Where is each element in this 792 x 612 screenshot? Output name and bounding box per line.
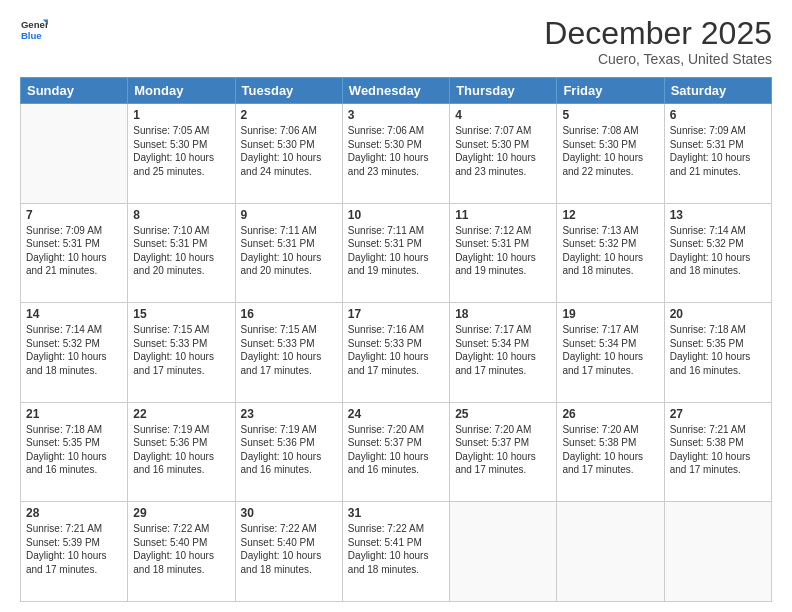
day-info: Sunrise: 7:21 AM Sunset: 5:38 PM Dayligh… (670, 423, 766, 477)
table-cell: 2Sunrise: 7:06 AM Sunset: 5:30 PM Daylig… (235, 104, 342, 204)
week-row-4: 21Sunrise: 7:18 AM Sunset: 5:35 PM Dayli… (21, 402, 772, 502)
table-cell (21, 104, 128, 204)
day-info: Sunrise: 7:20 AM Sunset: 5:37 PM Dayligh… (455, 423, 551, 477)
table-cell: 27Sunrise: 7:21 AM Sunset: 5:38 PM Dayli… (664, 402, 771, 502)
table-cell: 10Sunrise: 7:11 AM Sunset: 5:31 PM Dayli… (342, 203, 449, 303)
day-info: Sunrise: 7:15 AM Sunset: 5:33 PM Dayligh… (133, 323, 229, 377)
table-cell: 5Sunrise: 7:08 AM Sunset: 5:30 PM Daylig… (557, 104, 664, 204)
table-cell: 8Sunrise: 7:10 AM Sunset: 5:31 PM Daylig… (128, 203, 235, 303)
table-cell: 11Sunrise: 7:12 AM Sunset: 5:31 PM Dayli… (450, 203, 557, 303)
day-info: Sunrise: 7:11 AM Sunset: 5:31 PM Dayligh… (241, 224, 337, 278)
day-info: Sunrise: 7:18 AM Sunset: 5:35 PM Dayligh… (670, 323, 766, 377)
day-number: 10 (348, 208, 444, 222)
table-cell: 28Sunrise: 7:21 AM Sunset: 5:39 PM Dayli… (21, 502, 128, 602)
col-wednesday: Wednesday (342, 78, 449, 104)
day-number: 30 (241, 506, 337, 520)
day-number: 22 (133, 407, 229, 421)
day-info: Sunrise: 7:22 AM Sunset: 5:40 PM Dayligh… (133, 522, 229, 576)
day-number: 7 (26, 208, 122, 222)
day-number: 5 (562, 108, 658, 122)
day-number: 27 (670, 407, 766, 421)
day-number: 11 (455, 208, 551, 222)
day-info: Sunrise: 7:22 AM Sunset: 5:40 PM Dayligh… (241, 522, 337, 576)
day-number: 9 (241, 208, 337, 222)
day-info: Sunrise: 7:10 AM Sunset: 5:31 PM Dayligh… (133, 224, 229, 278)
day-info: Sunrise: 7:14 AM Sunset: 5:32 PM Dayligh… (26, 323, 122, 377)
table-cell: 1Sunrise: 7:05 AM Sunset: 5:30 PM Daylig… (128, 104, 235, 204)
day-number: 28 (26, 506, 122, 520)
table-cell: 4Sunrise: 7:07 AM Sunset: 5:30 PM Daylig… (450, 104, 557, 204)
day-info: Sunrise: 7:21 AM Sunset: 5:39 PM Dayligh… (26, 522, 122, 576)
day-number: 6 (670, 108, 766, 122)
month-year-title: December 2025 (544, 16, 772, 51)
day-number: 2 (241, 108, 337, 122)
table-cell: 31Sunrise: 7:22 AM Sunset: 5:41 PM Dayli… (342, 502, 449, 602)
day-number: 13 (670, 208, 766, 222)
calendar-header-row: Sunday Monday Tuesday Wednesday Thursday… (21, 78, 772, 104)
week-row-1: 1Sunrise: 7:05 AM Sunset: 5:30 PM Daylig… (21, 104, 772, 204)
table-cell: 3Sunrise: 7:06 AM Sunset: 5:30 PM Daylig… (342, 104, 449, 204)
logo-icon: General Blue (20, 16, 48, 44)
day-info: Sunrise: 7:05 AM Sunset: 5:30 PM Dayligh… (133, 124, 229, 178)
page: General Blue December 2025 Cuero, Texas,… (0, 0, 792, 612)
col-thursday: Thursday (450, 78, 557, 104)
table-cell (664, 502, 771, 602)
table-cell: 23Sunrise: 7:19 AM Sunset: 5:36 PM Dayli… (235, 402, 342, 502)
svg-text:Blue: Blue (21, 30, 42, 41)
table-cell: 17Sunrise: 7:16 AM Sunset: 5:33 PM Dayli… (342, 303, 449, 403)
day-info: Sunrise: 7:17 AM Sunset: 5:34 PM Dayligh… (455, 323, 551, 377)
table-cell: 22Sunrise: 7:19 AM Sunset: 5:36 PM Dayli… (128, 402, 235, 502)
table-cell (450, 502, 557, 602)
day-info: Sunrise: 7:06 AM Sunset: 5:30 PM Dayligh… (348, 124, 444, 178)
day-number: 23 (241, 407, 337, 421)
table-cell: 18Sunrise: 7:17 AM Sunset: 5:34 PM Dayli… (450, 303, 557, 403)
table-cell: 15Sunrise: 7:15 AM Sunset: 5:33 PM Dayli… (128, 303, 235, 403)
table-cell: 7Sunrise: 7:09 AM Sunset: 5:31 PM Daylig… (21, 203, 128, 303)
day-number: 24 (348, 407, 444, 421)
week-row-2: 7Sunrise: 7:09 AM Sunset: 5:31 PM Daylig… (21, 203, 772, 303)
title-block: December 2025 Cuero, Texas, United State… (544, 16, 772, 67)
day-info: Sunrise: 7:18 AM Sunset: 5:35 PM Dayligh… (26, 423, 122, 477)
table-cell: 30Sunrise: 7:22 AM Sunset: 5:40 PM Dayli… (235, 502, 342, 602)
day-info: Sunrise: 7:20 AM Sunset: 5:38 PM Dayligh… (562, 423, 658, 477)
table-cell: 16Sunrise: 7:15 AM Sunset: 5:33 PM Dayli… (235, 303, 342, 403)
table-cell: 19Sunrise: 7:17 AM Sunset: 5:34 PM Dayli… (557, 303, 664, 403)
day-number: 1 (133, 108, 229, 122)
table-cell: 25Sunrise: 7:20 AM Sunset: 5:37 PM Dayli… (450, 402, 557, 502)
table-cell: 21Sunrise: 7:18 AM Sunset: 5:35 PM Dayli… (21, 402, 128, 502)
day-info: Sunrise: 7:13 AM Sunset: 5:32 PM Dayligh… (562, 224, 658, 278)
day-number: 20 (670, 307, 766, 321)
table-cell: 29Sunrise: 7:22 AM Sunset: 5:40 PM Dayli… (128, 502, 235, 602)
col-sunday: Sunday (21, 78, 128, 104)
table-cell: 9Sunrise: 7:11 AM Sunset: 5:31 PM Daylig… (235, 203, 342, 303)
col-friday: Friday (557, 78, 664, 104)
week-row-3: 14Sunrise: 7:14 AM Sunset: 5:32 PM Dayli… (21, 303, 772, 403)
day-number: 8 (133, 208, 229, 222)
day-number: 18 (455, 307, 551, 321)
day-number: 29 (133, 506, 229, 520)
day-number: 31 (348, 506, 444, 520)
day-info: Sunrise: 7:12 AM Sunset: 5:31 PM Dayligh… (455, 224, 551, 278)
table-cell: 14Sunrise: 7:14 AM Sunset: 5:32 PM Dayli… (21, 303, 128, 403)
table-cell: 26Sunrise: 7:20 AM Sunset: 5:38 PM Dayli… (557, 402, 664, 502)
table-cell (557, 502, 664, 602)
logo: General Blue (20, 16, 48, 44)
day-number: 17 (348, 307, 444, 321)
day-number: 26 (562, 407, 658, 421)
table-cell: 6Sunrise: 7:09 AM Sunset: 5:31 PM Daylig… (664, 104, 771, 204)
calendar-table: Sunday Monday Tuesday Wednesday Thursday… (20, 77, 772, 602)
col-saturday: Saturday (664, 78, 771, 104)
day-info: Sunrise: 7:17 AM Sunset: 5:34 PM Dayligh… (562, 323, 658, 377)
col-tuesday: Tuesday (235, 78, 342, 104)
svg-text:General: General (21, 19, 48, 30)
table-cell: 13Sunrise: 7:14 AM Sunset: 5:32 PM Dayli… (664, 203, 771, 303)
day-info: Sunrise: 7:22 AM Sunset: 5:41 PM Dayligh… (348, 522, 444, 576)
header: General Blue December 2025 Cuero, Texas,… (20, 16, 772, 67)
day-info: Sunrise: 7:08 AM Sunset: 5:30 PM Dayligh… (562, 124, 658, 178)
day-info: Sunrise: 7:09 AM Sunset: 5:31 PM Dayligh… (670, 124, 766, 178)
day-info: Sunrise: 7:09 AM Sunset: 5:31 PM Dayligh… (26, 224, 122, 278)
day-info: Sunrise: 7:06 AM Sunset: 5:30 PM Dayligh… (241, 124, 337, 178)
week-row-5: 28Sunrise: 7:21 AM Sunset: 5:39 PM Dayli… (21, 502, 772, 602)
col-monday: Monday (128, 78, 235, 104)
day-number: 14 (26, 307, 122, 321)
